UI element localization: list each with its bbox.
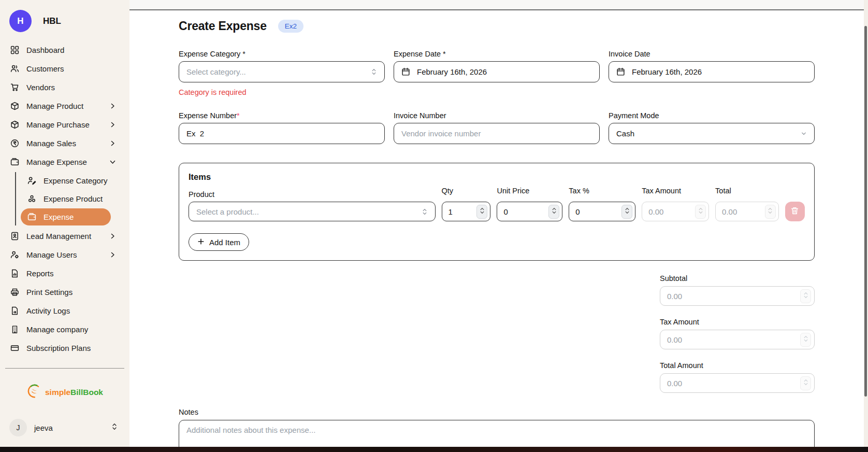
qty-input[interactable] [449,207,477,216]
user-menu[interactable]: J jeeva [0,419,129,436]
tax-amount-label: Tax Amount [642,187,709,195]
chevron-down-icon [109,159,116,165]
tax-amount-total-label: Tax Amount [660,318,815,326]
sidebar-item-label: Manage Product [26,102,102,110]
company-name: HBL [43,16,61,26]
tax-amount-input [648,207,695,216]
bottom-edge-bar [0,447,868,452]
sidebar-item-manage-product[interactable]: Manage Product [0,96,129,115]
cart-icon [10,83,19,92]
sidebar-item-label: Dashboard [26,46,116,54]
expense-date-input[interactable]: February 16th, 2026 [394,61,600,82]
notes-field: Notes [179,408,815,452]
updown-icon [422,208,428,216]
sidebar-item-label: Vendors [26,83,116,92]
expense-number-input[interactable] [179,123,385,144]
tax-pct-spinner[interactable] [621,205,632,219]
product-select[interactable]: Select a product... [189,202,436,221]
unit-price-spinner[interactable] [548,205,559,219]
sidebar-item-activity-logs[interactable]: Activity Logs [0,301,129,320]
sidebar-item-dashboard[interactable]: Dashboard [0,40,129,59]
page-header: Create Expense Ex2 [179,19,815,33]
tax-amount-input-wrap [642,202,709,221]
id-badge-icon [10,232,19,241]
unit-price-field: Unit Price [497,187,562,221]
top-strip [129,0,864,10]
expense-category-label: Expense Category * [179,50,385,58]
unit-price-input-wrap [497,202,562,221]
calendar-icon [401,67,410,76]
total-amount-field: Total Amount [660,361,815,393]
user-menu-updown-icon [111,422,118,433]
tax-pct-input[interactable] [575,207,621,216]
sidebar-item-label: Lead Management [26,232,102,241]
printer-icon [10,288,19,296]
tax-amount-total-input-wrap [660,330,815,349]
plus-icon [197,238,205,247]
building-icon [10,325,19,334]
sidebar-item-manage-users[interactable]: Manage Users [0,245,129,264]
simplebillbook-logo-icon [26,383,42,401]
updown-icon [625,207,630,217]
updown-icon [803,378,808,388]
sidebar-item-vendors[interactable]: Vendors [0,78,129,96]
payment-mode-field: Payment Mode Cash [609,111,815,144]
product-field: Product Select a product... [189,190,436,221]
sidebar-footer: simpleBillBook J jeeva [0,364,129,401]
unit-price-label: Unit Price [497,187,562,195]
main-content: Create Expense Ex2 Expense Category * Se… [129,0,864,447]
product-placeholder: Select a product... [196,207,259,216]
total-amount-spinner [800,376,811,390]
credit-card-icon [10,344,19,352]
sidebar-item-expense-product[interactable]: Expense Product [21,190,111,207]
expense-category-select[interactable]: Select category... [179,61,385,82]
invoice-date-label: Invoice Date [609,50,815,58]
scrollbar-thumb[interactable] [864,26,867,397]
invoice-number-field: Invoice Number [394,111,600,144]
sidebar: H HBL DashboardCustomersVendorsManage Pr… [0,0,129,447]
sidebar-item-label: Subscription Plans [26,344,116,352]
tax-pct-field: Tax % [569,187,635,221]
sidebar-item-label: Customers [26,64,116,73]
sidebar-item-manage-sales[interactable]: Manage Sales [0,134,129,152]
subtotal-input [667,292,800,301]
sidebar-item-manage-expense[interactable]: Manage Expense [0,152,129,171]
items-section: Items Product Select a product... Qty [179,163,815,261]
item-row: Product Select a product... Qty [189,187,805,221]
sidebar-item-label: Manage Expense [26,158,102,166]
users-icon [10,64,19,73]
qty-spinner[interactable] [476,205,487,219]
invoice-date-input[interactable]: February 16th, 2026 [609,61,815,82]
updown-icon [803,291,808,301]
sidebar-item-expense-category[interactable]: Expense Category [21,172,111,189]
expense-number-badge: Ex2 [278,20,303,33]
sidebar-item-lead-management[interactable]: Lead Management [0,227,129,245]
sidebar-item-subscription-plans[interactable]: Subscription Plans [0,338,129,357]
required-asterisk: * [237,111,240,120]
invoice-number-label: Invoice Number [394,111,600,120]
tax-amount-total-spinner [800,333,811,347]
payment-mode-select[interactable]: Cash [609,123,815,144]
sidebar-item-label: Manage Users [26,250,102,259]
sidebar-item-reports[interactable]: Reports [0,264,129,282]
updown-icon [768,207,773,217]
sidebar-item-manage-purchase[interactable]: Manage Purchase [0,115,129,134]
invoice-number-input[interactable] [394,123,600,144]
wallet-icon [27,213,36,221]
user-gear-icon [10,250,19,259]
sidebar-item-manage-company[interactable]: Manage company [0,320,129,338]
file-chart-icon [10,269,19,278]
tax-amount-total-input [667,335,800,344]
total-amount-label: Total Amount [660,361,815,370]
delete-item-button[interactable] [785,202,805,221]
sidebar-item-expense[interactable]: Expense [21,208,111,225]
expense-category-field: Expense Category * Select category... Ca… [179,50,385,96]
sidebar-item-customers[interactable]: Customers [0,59,129,78]
qty-field: Qty [442,187,491,221]
sidebar-item-label: Expense Product [44,194,105,203]
add-item-button[interactable]: Add Item [189,233,249,251]
unit-price-input[interactable] [503,207,548,216]
sidebar-item-print-settings[interactable]: Print Settings [0,282,129,301]
company-avatar: H [9,10,32,32]
qty-input-wrap [442,202,491,221]
